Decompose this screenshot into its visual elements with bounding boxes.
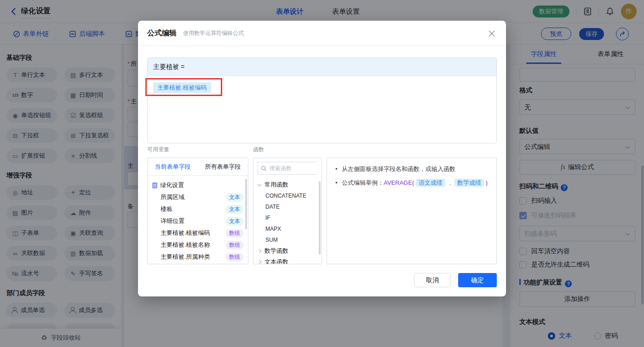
confirm-button[interactable]: 确定 xyxy=(458,273,497,287)
formula-token[interactable]: 主要植被.植被编码 xyxy=(153,82,211,93)
function-item[interactable]: SUM xyxy=(258,234,317,245)
variable-item[interactable]: 主要植被.植被名称数组 xyxy=(152,239,243,251)
type-badge: 数组 xyxy=(226,253,243,262)
form-doc-icon xyxy=(152,182,157,188)
tree-root-form[interactable]: 绿化设置 xyxy=(152,179,243,191)
function-group-math[interactable]: 数学函数 xyxy=(258,245,317,256)
variables-panel: 当前表单字段 所有表单字段 绿化设置 所属区域文本 楼栋文本 详细位置文本 主要… xyxy=(147,158,248,264)
function-item[interactable]: CONCATENATE xyxy=(258,190,317,201)
tab-all-form-fields[interactable]: 所有表单字段 xyxy=(198,158,248,175)
example-token: 语文成绩 xyxy=(416,179,445,187)
formula-editor[interactable]: 主要植被.植被编码 xyxy=(148,76,496,143)
type-badge: 数组 xyxy=(226,241,243,250)
variables-label: 可用变量 xyxy=(147,146,169,154)
function-group-common[interactable]: 常用函数 xyxy=(258,179,317,190)
modal-subtitle: 使用数学运算符编辑公式 xyxy=(183,29,244,37)
type-badge: 文本 xyxy=(226,217,243,226)
function-search xyxy=(257,162,318,175)
example-token: 数学成绩 xyxy=(454,179,484,187)
close-icon[interactable] xyxy=(488,29,496,38)
hint-line-2: 公式编辑举例：AVERAGE( 语文成绩 ， 数学成绩 ) xyxy=(335,178,488,188)
cancel-button[interactable]: 取消 xyxy=(414,273,451,287)
formula-box: 主要植被 = 主要植被.植被编码 xyxy=(147,57,497,143)
function-item[interactable]: IF xyxy=(258,212,317,223)
variables-scrollbar[interactable] xyxy=(245,179,247,229)
hint-line-1: 从左侧面板选择字段名和函数，或输入函数 xyxy=(335,165,488,174)
search-input[interactable] xyxy=(270,162,320,174)
tab-current-form-fields[interactable]: 当前表单字段 xyxy=(148,158,198,175)
formula-editor-modal: 公式编辑 使用数学运算符编辑公式 主要植被 = 主要植被.植被编码 可用变量 函… xyxy=(138,21,506,296)
variable-item[interactable]: 楼栋文本 xyxy=(152,203,243,215)
functions-panel: 常用函数 CONCATENATE DATE IF MAPX SUM 数学函数 文… xyxy=(253,158,322,264)
function-group-text[interactable]: 文本函数 xyxy=(258,256,317,264)
type-badge: 文本 xyxy=(226,205,243,214)
chevron-right-icon xyxy=(258,260,261,264)
modal-header: 公式编辑 使用数学运算符编辑公式 xyxy=(138,21,506,46)
hint-panel: 从左侧面板选择字段名和函数，或输入函数 公式编辑举例：AVERAGE( 语文成绩… xyxy=(327,158,497,264)
chevron-down-icon xyxy=(258,182,261,186)
variable-item[interactable]: 所属区域文本 xyxy=(152,191,243,203)
search-icon xyxy=(261,165,267,171)
function-item[interactable]: DATE xyxy=(258,201,317,212)
variable-item[interactable]: 主要植被.植被编码数组 xyxy=(152,227,243,239)
variable-item[interactable]: 主要植被.所属种类数组 xyxy=(152,251,243,263)
functions-scrollbar[interactable] xyxy=(319,181,321,255)
chevron-right-icon xyxy=(258,249,261,253)
type-badge: 文本 xyxy=(226,193,243,202)
modal-title: 公式编辑 xyxy=(147,28,177,38)
function-item[interactable]: MAPX xyxy=(258,223,317,234)
variable-item[interactable]: 详细位置文本 xyxy=(152,215,243,227)
type-badge: 数组 xyxy=(226,229,243,238)
functions-label: 函数 xyxy=(253,146,264,154)
formula-target: 主要植被 = xyxy=(148,58,496,76)
